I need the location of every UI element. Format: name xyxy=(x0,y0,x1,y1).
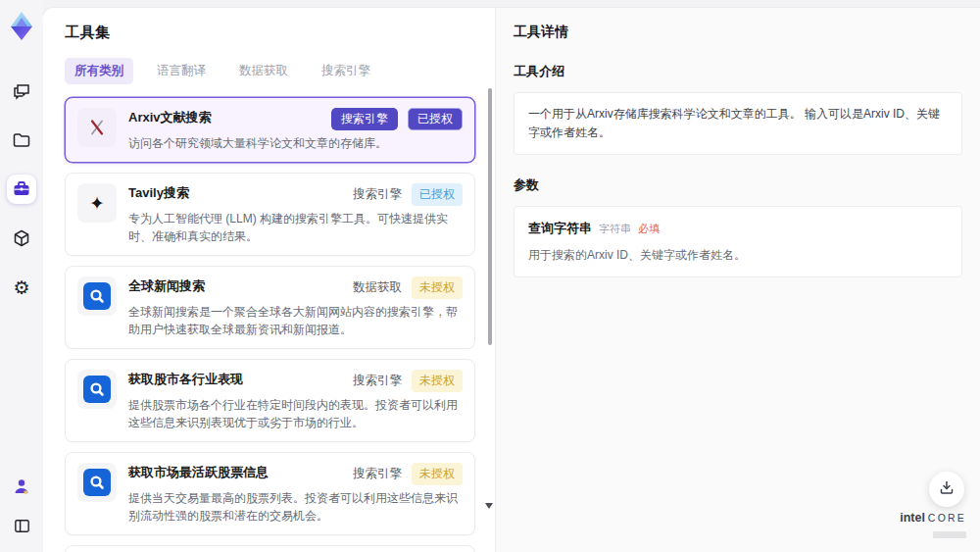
tool-category-badge: 搜索引擎 xyxy=(353,466,402,482)
params-section-title: 参数 xyxy=(514,176,962,194)
tool-list: Arxiv文献搜索 搜索引擎已授权 访问各个研究领域大量科学论文和文章的存储库。… xyxy=(65,97,475,552)
tool-auth-badge: 已授权 xyxy=(412,183,463,206)
tool-description: 访问各个研究领域大量科学论文和文章的存储库。 xyxy=(128,134,463,152)
tool-detail-pane: 工具详情 工具介绍 一个用于从Arxiv存储库搜索科学论文和文章的工具。 输入可… xyxy=(495,8,980,552)
page-title: 工具集 xyxy=(65,24,475,42)
tool-card-4[interactable]: 获取市场最活跃股票信息 搜索引擎未授权 提供当天交易量最高的股票列表。投资者可以… xyxy=(65,452,475,535)
folder-icon xyxy=(12,130,31,150)
user-icon xyxy=(12,477,31,496)
sidebar-item-chat[interactable] xyxy=(7,76,36,106)
download-icon xyxy=(939,479,955,499)
gear-icon: ⚙ xyxy=(13,278,29,297)
sidebar-item-files[interactable] xyxy=(7,125,36,155)
tool-badges: 搜索引擎已授权 xyxy=(353,183,463,206)
user-avatar[interactable] xyxy=(7,472,36,501)
category-tab-2[interactable]: 数据获取 xyxy=(229,58,298,84)
download-button[interactable] xyxy=(929,472,964,507)
tool-card-5[interactable]: 万维地区新闻查询 搜索引擎未授权 查询具体行政区划内的新闻，快速了解各地新闻动 xyxy=(65,545,475,552)
category-tab-0[interactable]: 所有类别 xyxy=(65,58,133,84)
tool-auth-badge: 未授权 xyxy=(412,276,463,299)
tool-card-1[interactable]: ✦ Tavily搜索 搜索引擎已授权 专为人工智能代理 (LLM) 构建的搜索引… xyxy=(65,173,475,256)
sparkle-icon: ✦ xyxy=(77,183,117,223)
intro-section-title: 工具介绍 xyxy=(514,63,962,80)
tool-description: 全球新闻搜索是一个聚合全球各大新闻网站内容的搜索引擎，帮助用户快速获取全球最新资… xyxy=(128,303,463,338)
tool-name: Tavily搜索 xyxy=(128,183,189,202)
tool-badges: 搜索引擎未授权 xyxy=(353,370,463,392)
tool-name: 全球新闻搜索 xyxy=(128,276,205,295)
panel-toggle-icon xyxy=(13,517,31,535)
tool-category-badge: 搜索引擎 xyxy=(353,186,402,203)
intel-core-logo: intelcore xyxy=(900,508,966,542)
brand-core-text: core xyxy=(928,512,966,524)
param-type: 字符串 xyxy=(599,222,631,236)
category-tabs: 所有类别语言翻译数据获取搜索引擎 xyxy=(65,58,475,84)
detail-title: 工具详情 xyxy=(514,24,962,41)
sidebar-item-models[interactable] xyxy=(7,224,36,253)
cube-icon xyxy=(12,228,31,248)
tool-badges: 搜索引擎已授权 xyxy=(331,108,463,130)
param-box: 查询字符串 字符串 必填 用于搜索的Arxiv ID、关键字或作者姓名。 xyxy=(514,206,962,277)
main-surface: 工具集 所有类别语言翻译数据获取搜索引擎 Arxiv文献搜索 搜索引擎已授权 访… xyxy=(43,8,980,552)
tool-badges: 数据获取未授权 xyxy=(353,276,463,299)
tool-category-badge: 搜索引擎 xyxy=(331,108,398,130)
magnifier-blue-icon xyxy=(77,370,117,409)
tool-name: Arxiv文献搜索 xyxy=(128,108,212,126)
chat-icon xyxy=(12,81,31,101)
tool-auth-badge: 未授权 xyxy=(412,370,463,392)
tool-card-2[interactable]: 全球新闻搜索 数据获取未授权 全球新闻搜索是一个聚合全球各大新闻网站内容的搜索引… xyxy=(65,266,475,349)
tool-intro-box: 一个用于从Arxiv存储库搜索科学论文和文章的工具。 输入可以是Arxiv ID… xyxy=(514,92,962,155)
sidebar-item-settings[interactable]: ⚙ xyxy=(7,273,36,302)
brand-sub-bar xyxy=(933,531,966,538)
list-scrollbar[interactable] xyxy=(488,88,492,345)
param-name: 查询字符串 xyxy=(528,220,592,237)
tool-description: 提供股票市场各个行业在特定时间段内的表现。投资者可以利用这些信息来识别表现优于或… xyxy=(128,396,463,431)
tool-card-3[interactable]: 获取股市各行业表现 搜索引擎未授权 提供股票市场各个行业在特定时间段内的表现。投… xyxy=(65,359,475,442)
tool-category-badge: 数据获取 xyxy=(353,279,402,296)
tool-description: 专为人工智能代理 (LLM) 构建的搜索引擎工具。可快速提供实时、准确和真实的结… xyxy=(128,210,463,245)
tool-name: 获取股市各行业表现 xyxy=(128,370,243,388)
scroll-down-caret-icon[interactable] xyxy=(485,503,493,509)
tool-category-badge: 搜索引擎 xyxy=(353,373,402,389)
category-tab-3[interactable]: 搜索引擎 xyxy=(312,58,380,84)
tool-name: 获取市场最活跃股票信息 xyxy=(128,463,269,481)
tool-description: 提供当天交易量最高的股票列表。投资者可以利用这些信息来识别流动性强的股票和潜在的… xyxy=(128,489,463,525)
app-logo-gem-icon[interactable] xyxy=(6,10,37,43)
collapse-panel-button[interactable] xyxy=(7,511,36,540)
left-rail: ⚙ xyxy=(0,0,43,552)
toolset-pane: 工具集 所有类别语言翻译数据获取搜索引擎 Arxiv文献搜索 搜索引擎已授权 访… xyxy=(43,8,495,552)
tool-badges: 搜索引擎未授权 xyxy=(353,463,463,485)
param-description: 用于搜索的Arxiv ID、关键字或作者姓名。 xyxy=(528,247,948,264)
arxiv-logo-icon xyxy=(77,108,117,147)
magnifier-blue-icon xyxy=(77,276,117,316)
tool-auth-badge: 未授权 xyxy=(412,463,463,485)
sidebar-item-toolset[interactable] xyxy=(7,175,36,204)
magnifier-blue-icon xyxy=(77,463,117,502)
tool-card-0[interactable]: Arxiv文献搜索 搜索引擎已授权 访问各个研究领域大量科学论文和文章的存储库。 xyxy=(65,97,475,163)
tool-auth-badge: 已授权 xyxy=(408,108,463,130)
brand-intel-text: intel xyxy=(900,511,925,525)
category-tab-1[interactable]: 语言翻译 xyxy=(147,58,216,84)
param-required-badge: 必填 xyxy=(638,222,660,236)
briefcase-icon xyxy=(12,179,31,199)
